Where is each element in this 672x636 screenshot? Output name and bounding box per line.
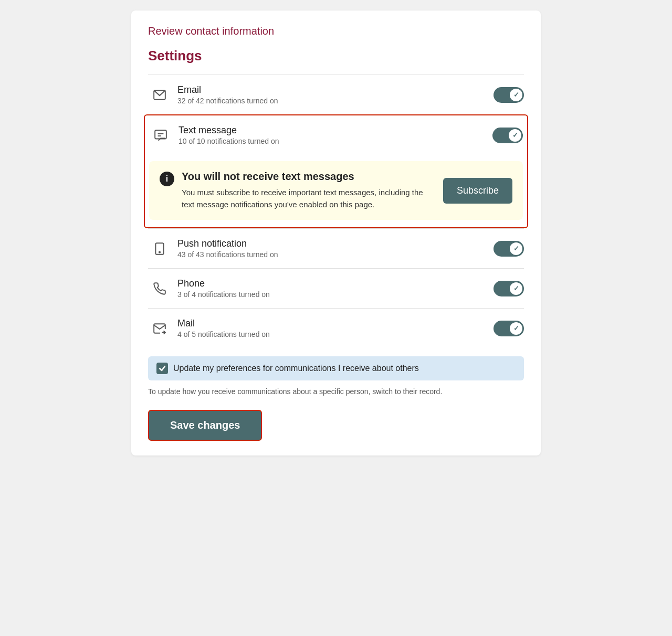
email-content: Email 32 of 42 notifications turned on [177, 84, 494, 105]
subscribe-button[interactable]: Subscribe [443, 178, 512, 204]
settings-card: Review contact information Settings Emai… [131, 10, 541, 455]
mail-sublabel: 4 of 5 notifications turned on [177, 330, 494, 338]
email-toggle-knob: ✓ [510, 89, 522, 101]
alert-title: You will not receive text messages [182, 171, 429, 183]
push-notification-content: Push notification 43 of 43 notifications… [177, 238, 494, 259]
mail-content: Mail 4 of 5 notifications turned on [177, 318, 494, 338]
phone-sublabel: 3 of 4 notifications turned on [177, 290, 494, 299]
text-message-toggle-knob: ✓ [509, 129, 521, 142]
mail-toggle[interactable]: ✓ [494, 321, 524, 336]
mail-icon [148, 322, 171, 335]
push-notification-toggle[interactable]: ✓ [494, 241, 524, 257]
phone-label: Phone [177, 278, 494, 289]
preferences-checkbox-row[interactable]: Update my preferences for communications… [148, 356, 524, 380]
text-message-alert: i You will not receive text messages You… [149, 161, 523, 220]
push-notification-label: Push notification [177, 238, 494, 249]
text-message-toggle[interactable]: ✓ [492, 128, 523, 143]
email-icon [148, 88, 171, 102]
phone-toggle-knob: ✓ [510, 282, 522, 295]
helper-text: To update how you receive communications… [148, 387, 524, 397]
info-icon: i [160, 172, 174, 186]
phone-icon [148, 282, 171, 295]
settings-heading: Settings [148, 48, 524, 64]
text-message-label: Text message [178, 125, 492, 136]
text-message-sublabel: 10 of 10 notifications turned on [178, 137, 492, 145]
mail-label: Mail [177, 318, 494, 329]
text-message-row: Text message 10 of 10 notifications turn… [149, 115, 523, 155]
page-title: Review contact information [148, 25, 524, 37]
email-row: Email 32 of 42 notifications turned on ✓ [148, 75, 524, 114]
preferences-checkbox-label: Update my preferences for communications… [173, 364, 419, 373]
save-changes-button[interactable]: Save changes [148, 410, 262, 441]
phone-toggle[interactable]: ✓ [494, 281, 524, 296]
alert-body: You must subscribe to receive important … [182, 187, 429, 210]
phone-row: Phone 3 of 4 notifications turned on ✓ [148, 268, 524, 308]
text-message-section: Text message 10 of 10 notifications turn… [144, 114, 528, 228]
push-notification-icon [148, 242, 171, 256]
svg-rect-1 [155, 130, 166, 139]
push-toggle-knob: ✓ [510, 242, 522, 255]
preferences-checkbox[interactable] [156, 363, 168, 374]
email-toggle[interactable]: ✓ [494, 87, 524, 103]
mail-row: Mail 4 of 5 notifications turned on ✓ [148, 308, 524, 348]
push-notification-row: Push notification 43 of 43 notifications… [148, 228, 524, 268]
phone-content: Phone 3 of 4 notifications turned on [177, 278, 494, 299]
alert-content: You will not receive text messages You m… [182, 171, 429, 210]
email-sublabel: 32 of 42 notifications turned on [177, 97, 494, 105]
email-label: Email [177, 84, 494, 96]
text-message-icon [149, 129, 172, 142]
check-icon [159, 365, 166, 372]
push-notification-sublabel: 43 of 43 notifications turned on [177, 250, 494, 259]
mail-toggle-knob: ✓ [510, 322, 522, 335]
svg-point-5 [159, 251, 160, 252]
text-message-content: Text message 10 of 10 notifications turn… [178, 125, 492, 145]
